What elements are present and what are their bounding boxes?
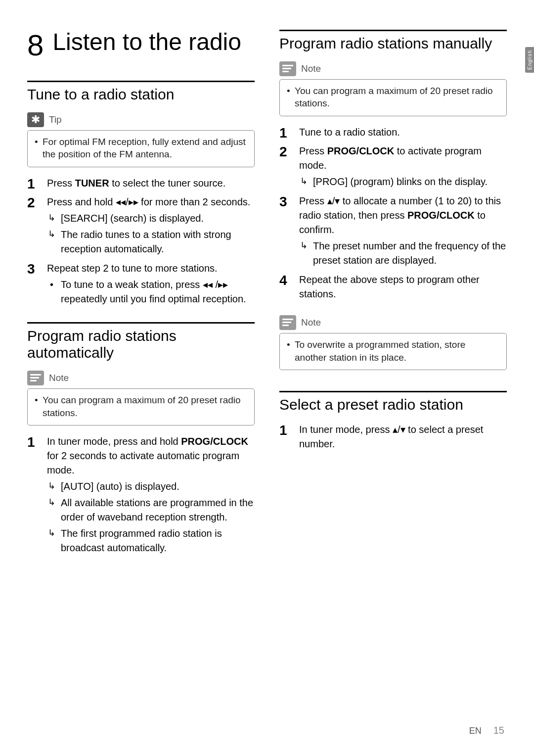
chapter-number: 8 [27, 30, 44, 61]
up-down-icon: ▴/▾ [327, 195, 340, 206]
step-text: Press [299, 145, 327, 156]
note-label: Note [49, 373, 69, 383]
result-text: All available stations are programmed in… [47, 496, 255, 524]
step-number: 3 [279, 194, 299, 210]
note-text: You can program a maximum of 20 preset r… [287, 85, 499, 110]
tip-text: For optimal FM reception, fully extend a… [35, 136, 247, 161]
note-body: To overwrite a programmed station, store… [279, 333, 507, 370]
section-title-tune: Tune to a radio station [27, 86, 255, 103]
section-title-manual: Program radio stations manually [279, 35, 507, 52]
step-text: Tune to a radio station. [299, 127, 400, 138]
section-title-auto: Program radio stations automatically [27, 328, 255, 362]
section-divider [27, 81, 255, 82]
note-body: You can program a maximum of 20 preset r… [27, 388, 255, 425]
step-number: 2 [27, 195, 47, 211]
button-ref-prog-clock: PROG/CLOCK [181, 436, 248, 447]
select-steps: 1 In tuner mode, press ▴/▾ to select a p… [279, 423, 507, 451]
step-text: Press [47, 178, 75, 189]
section-title-select-preset: Select a preset radio station [279, 396, 507, 414]
section-divider [27, 322, 255, 324]
note-callout: Note You can program a maximum of 20 pre… [279, 61, 507, 116]
note-callout: Note You can program a maximum of 20 pre… [27, 371, 255, 425]
language-tab: English [525, 47, 534, 73]
note-callout-2: Note To overwrite a programmed station, … [279, 315, 507, 370]
auto-steps: 1 In tuner mode, press and hold PROG/CLO… [27, 434, 255, 557]
chapter-title-text: Listen to the radio [52, 30, 241, 54]
page-content: 8 Listen to the radio Tune to a radio st… [27, 30, 507, 571]
step-3: 3 Press ▴/▾ to allocate a number (1 to 2… [279, 194, 507, 270]
result-text: [SEARCH] (search) is displayed. [47, 211, 255, 226]
note-icon [279, 61, 296, 76]
step-text: to select the tuner source. [109, 178, 226, 189]
page-footer: EN 15 [469, 725, 504, 736]
button-ref-tuner: TUNER [75, 178, 109, 189]
step-number: 1 [27, 176, 47, 192]
result-text: The radio tunes to a station with strong… [47, 228, 255, 256]
step-text: Repeat the above steps to program other … [299, 274, 480, 299]
step-text: To tune to a weak station, press [61, 279, 203, 290]
step-text: Press and hold [47, 196, 116, 207]
step-text: In tuner mode, press and hold [47, 436, 181, 447]
step-1: 1 Press TUNER to select the tuner source… [27, 176, 255, 192]
step-number: 1 [279, 423, 299, 438]
forward-icon: ▸▸ [218, 279, 228, 290]
page-number: 15 [493, 725, 504, 736]
step-text: Press [299, 195, 327, 206]
rewind-icon: ◂◂ [203, 279, 213, 290]
note-icon [27, 371, 44, 385]
button-ref-prog-clock: PROG/CLOCK [327, 145, 395, 156]
left-column: 8 Listen to the radio Tune to a radio st… [27, 30, 255, 571]
step-number: 2 [279, 144, 299, 160]
step-number: 3 [27, 261, 47, 277]
button-ref-prog-clock: PROG/CLOCK [407, 210, 475, 221]
step-text: for more than 2 seconds. [138, 196, 251, 207]
step-1: 1 In tuner mode, press ▴/▾ to select a p… [279, 423, 507, 451]
up-down-icon: ▴/▾ [393, 424, 405, 435]
result-text: [AUTO] (auto) is displayed. [47, 479, 255, 494]
step-text: repeatedly until you find optimal recept… [61, 293, 246, 304]
note-label: Note [301, 63, 321, 74]
step-text: In tuner mode, press [299, 424, 393, 435]
tip-label: Tip [49, 114, 62, 125]
tune-steps: 1 Press TUNER to select the tuner source… [27, 176, 255, 308]
section-divider [279, 30, 507, 31]
step-1: 1 Tune to a radio station. [279, 125, 507, 141]
step-number: 4 [279, 273, 299, 288]
note-text: To overwrite a programmed station, store… [287, 338, 499, 364]
step-4: 4 Repeat the above steps to program othe… [279, 273, 507, 301]
step-text: for 2 seconds to activate automatic prog… [47, 450, 239, 475]
result-text: The preset number and the frequency of t… [299, 239, 507, 268]
seek-icon: ◂◂/▸▸ [116, 196, 138, 207]
tip-icon: ✱ [27, 112, 44, 127]
result-text: [PROG] (program) blinks on the display. [299, 175, 507, 189]
tip-body: For optimal FM reception, fully extend a… [27, 130, 255, 167]
manual-steps: 1 Tune to a radio station. 2 Press PROG/… [279, 125, 507, 301]
sub-bullet: To tune to a weak station, press ◂◂ /▸▸ … [47, 278, 255, 306]
tip-callout: ✱ Tip For optimal FM reception, fully ex… [27, 112, 255, 167]
step-text: / [213, 279, 218, 290]
right-column: Program radio stations manually Note You… [279, 30, 507, 571]
chapter-heading: 8 Listen to the radio [27, 30, 255, 61]
step-number: 1 [27, 434, 47, 450]
note-label: Note [301, 317, 321, 328]
step-2: 2 Press PROG/CLOCK to activate program m… [279, 144, 507, 191]
note-icon [279, 315, 296, 330]
step-text: Repeat step 2 to tune to more stations. [47, 263, 218, 274]
result-text: The first programmed radio station is br… [47, 526, 255, 555]
step-1: 1 In tuner mode, press and hold PROG/CLO… [27, 434, 255, 557]
footer-lang: EN [469, 726, 482, 736]
note-text: You can program a maximum of 20 preset r… [35, 394, 247, 419]
step-3: 3 Repeat step 2 to tune to more stations… [27, 261, 255, 308]
step-2: 2 Press and hold ◂◂/▸▸ for more than 2 s… [27, 195, 255, 258]
note-body: You can program a maximum of 20 preset r… [279, 79, 507, 116]
section-divider [279, 391, 507, 392]
step-number: 1 [279, 125, 299, 141]
